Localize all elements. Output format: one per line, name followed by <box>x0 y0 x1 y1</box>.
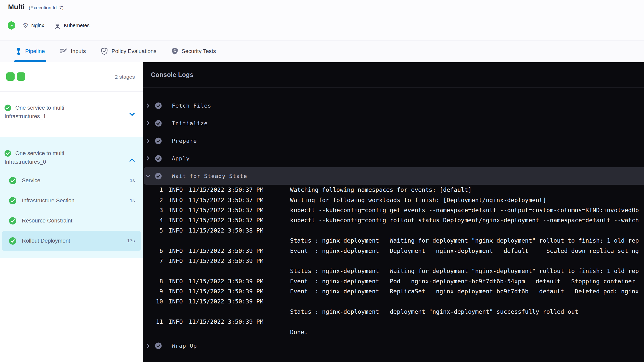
log-level: INFO <box>169 257 183 264</box>
log-row: Status : nginx-deployment Waiting for de… <box>143 266 644 276</box>
step-success-icon <box>155 102 162 109</box>
log-row: 10 INFO 11/15/2022 3:50:39 PM <box>143 296 644 306</box>
step-success-icon <box>155 138 162 144</box>
log-timestamp: 11/15/2022 3:50:39 PM <box>189 318 264 325</box>
pipeline-step-row[interactable]: Rollout Deployment 17s <box>2 231 141 251</box>
stages-summary: 2 stages <box>0 62 143 92</box>
console-step-label: Initialize <box>172 120 208 126</box>
log-row: 2 INFO 11/15/2022 3:50:37 PM Waiting for… <box>143 195 644 205</box>
console-step-row[interactable]: Apply <box>143 150 644 167</box>
execution-id: (Execution Id: 7) <box>29 5 63 11</box>
console-step-label: Apply <box>172 155 190 162</box>
step-success-check-icon <box>9 217 16 224</box>
console-step-row[interactable]: Wrap Up <box>143 337 644 355</box>
log-timestamp: 11/15/2022 3:50:37 PM <box>189 207 264 214</box>
log-row: Done. <box>143 327 644 337</box>
stage-name-line1: One service to multi <box>15 104 64 112</box>
chevron-down-icon[interactable] <box>129 113 135 116</box>
console-step-row[interactable]: Prepare <box>143 132 644 150</box>
step-success-icon <box>155 120 162 127</box>
console-header: Console Logs <box>143 62 644 87</box>
log-line-number: 10 <box>143 298 163 305</box>
tab-bar: Pipeline Inputs Policy Evaluations <box>0 40 644 62</box>
log-timestamp: 11/15/2022 3:50:37 PM <box>189 217 264 224</box>
log-row: 8 INFO 11/15/2022 3:50:39 PM Event : ngi… <box>143 276 644 286</box>
log-row: 6 INFO 11/15/2022 3:50:39 PM Event : ngi… <box>143 246 644 256</box>
log-level: INFO <box>169 278 183 285</box>
log-message: Waiting for following workloads to finis… <box>290 197 546 204</box>
log-timestamp: 11/15/2022 3:50:39 PM <box>189 278 264 285</box>
log-timestamp: 11/15/2022 3:50:39 PM <box>189 298 264 305</box>
expand-chevron-icon[interactable] <box>145 343 150 349</box>
collapse-chevron-icon[interactable] <box>145 174 150 178</box>
step-success-icon <box>155 342 162 349</box>
stage-group-infrastructures-1[interactable]: One service to multi Infrastructures_1 <box>0 92 143 137</box>
stage-success-square[interactable] <box>17 72 25 81</box>
services-row: ∞ ⚙ Nginx Kubernetes <box>8 21 90 30</box>
inputs-icon <box>60 48 67 55</box>
log-line-number: 9 <box>143 288 163 295</box>
stages-sidebar: 2 stages One service to multi Infrastruc… <box>0 62 143 362</box>
log-line-number: 4 <box>143 217 163 224</box>
stage-step-list: Service 1s Infrastructure Section 1s Res… <box>0 170 143 251</box>
step-success-check-icon <box>9 177 16 184</box>
step-success-check-icon <box>9 237 16 245</box>
console-step-label: Wrap Up <box>172 343 197 349</box>
stage-success-square[interactable] <box>6 72 15 81</box>
pipeline-icon <box>16 48 22 55</box>
expand-chevron-icon[interactable] <box>145 120 150 126</box>
tab-inputs[interactable]: Inputs <box>60 40 86 62</box>
step-name: Resource Constraint <box>22 217 72 224</box>
infrastructure-name-label: Kubernetes <box>64 23 89 28</box>
log-message: Event : nginx-deployment Pod nginx-deplo… <box>290 278 635 285</box>
log-line-number: 3 <box>143 207 163 214</box>
log-timestamp: 11/15/2022 3:50:37 PM <box>189 197 264 204</box>
console-panel: Console Logs Fetch Files Ini <box>143 62 644 362</box>
tab-pipeline-label: Pipeline <box>25 48 45 55</box>
log-timestamp: 11/15/2022 3:50:39 PM <box>189 257 264 264</box>
step-duration: 17s <box>127 238 135 244</box>
log-level: INFO <box>169 207 183 214</box>
stage-name-line2: Infrastructures_0 <box>5 158 135 166</box>
console-log-lines: 1 INFO 11/15/2022 3:50:37 PM Watching fo… <box>143 185 644 337</box>
console-step-row-expanded[interactable]: Wait for Steady State <box>144 167 644 185</box>
expand-chevron-icon[interactable] <box>145 103 150 108</box>
log-level: INFO <box>169 217 183 224</box>
pipeline-step-row[interactable]: Service 1s <box>0 170 143 191</box>
console-step-row[interactable]: Fetch Files <box>143 97 644 114</box>
step-duration: 1s <box>130 198 135 203</box>
page-title: Multi <box>8 3 25 11</box>
log-message: kubectl --kubeconfig=config rollout stat… <box>290 217 639 224</box>
pipeline-step-row[interactable]: Infrastructure Section 1s <box>0 191 143 211</box>
log-row: 7 INFO 11/15/2022 3:50:39 PM <box>143 256 644 266</box>
log-timestamp: 11/15/2022 3:50:39 PM <box>189 247 264 254</box>
title-row: Multi (Execution Id: 7) <box>8 3 64 11</box>
security-shield-icon <box>172 48 178 55</box>
log-line-number: 5 <box>143 227 163 234</box>
step-success-icon <box>155 173 162 179</box>
stage-status-squares[interactable] <box>6 72 25 81</box>
tab-policy-evaluations[interactable]: Policy Evaluations <box>101 40 156 62</box>
policy-shield-check-icon <box>101 48 108 55</box>
log-message: Status : nginx-deployment deployment "ng… <box>290 308 578 315</box>
expand-chevron-icon[interactable] <box>145 156 150 161</box>
log-level: INFO <box>169 318 183 325</box>
infrastructure-icon <box>54 22 61 29</box>
console-step-row[interactable]: Initialize <box>143 114 644 132</box>
log-message: kubectl --kubeconfig=config get events -… <box>290 207 639 214</box>
expand-chevron-icon[interactable] <box>145 138 150 144</box>
stage-success-check-icon <box>5 105 11 111</box>
log-row: Status : nginx-deployment Waiting for de… <box>143 236 644 246</box>
log-timestamp: 11/15/2022 3:50:38 PM <box>189 227 264 234</box>
log-level: INFO <box>169 186 183 193</box>
chevron-up-icon[interactable] <box>129 158 135 162</box>
tab-pipeline[interactable]: Pipeline <box>16 40 45 62</box>
tab-security-tests-label: Security Tests <box>182 48 216 55</box>
pipeline-step-row[interactable]: Resource Constraint <box>0 211 143 231</box>
log-message: Status : nginx-deployment Waiting for de… <box>290 267 639 275</box>
console-step-label: Prepare <box>172 138 197 144</box>
tab-security-tests[interactable]: Security Tests <box>172 40 216 62</box>
stage-count: 2 stages <box>115 74 135 80</box>
stage-group-header[interactable]: One service to multi Infrastructures_0 <box>5 149 135 166</box>
log-level: INFO <box>169 197 183 204</box>
